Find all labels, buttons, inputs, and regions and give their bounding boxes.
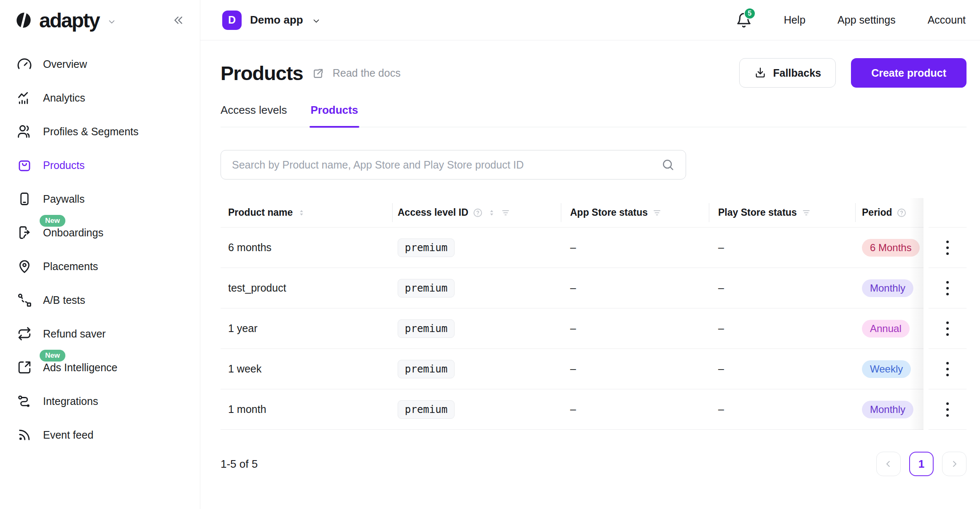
repeat-icon [17,326,32,341]
row-actions-button[interactable] [943,318,952,339]
chevron-right-icon [949,459,959,469]
read-docs-link[interactable]: Read the docs [333,67,401,79]
sidebar-item-integrations[interactable]: Integrations [17,384,200,418]
app-store-status-cell: – [561,349,709,389]
main-panel: D Demo app 5 Help App settings Account P… [200,0,980,509]
sidebar-item-overview[interactable]: Overview [17,47,200,81]
table-row: 1 month premium – – Monthly [221,389,967,430]
sidebar-item-ab-tests[interactable]: A/B tests [17,283,200,317]
filter-icon[interactable] [652,208,662,218]
help-icon[interactable] [897,208,907,218]
external-link-icon [312,67,324,80]
sidebar-item-refund-saver[interactable]: Refund saver [17,317,200,351]
table-row: 1 year premium – – Annual [221,308,967,349]
access-level-chip: premium [398,319,455,338]
play-store-status-cell: – [709,268,855,308]
sidebar-item-products[interactable]: Products [17,148,200,182]
play-store-status-cell: – [709,228,855,268]
topbar-right: 5 Help App settings Account [736,12,966,28]
smartphone-icon [17,191,32,206]
period-badge: Annual [862,320,910,338]
sort-icon[interactable] [487,208,496,217]
download-icon [754,67,767,79]
period-badge: Monthly [862,401,913,418]
tab-access-levels[interactable]: Access levels [221,104,287,127]
fallbacks-button[interactable]: Fallbacks [739,58,836,88]
sidebar-item-paywalls[interactable]: Paywalls [17,182,200,216]
collapse-sidebar-icon[interactable] [171,14,184,27]
column-header-product-name: Product name [221,198,392,228]
chevron-left-icon [883,459,894,469]
topbar: D Demo app 5 Help App settings Account [200,0,980,40]
table-row: test_product premium – – Monthly [221,268,967,308]
tab-products[interactable]: Products [311,104,358,127]
pagination-summary: 1-5 of 5 [221,458,258,471]
table-body: 6 months premium – – 6 Months test_produ… [221,228,967,430]
access-level-chip: premium [398,279,455,297]
play-store-status-cell: – [709,389,855,430]
column-header-access-level-id: Access level ID [392,198,561,228]
sidebar-item-onboardings[interactable]: New Onboardings [17,216,200,249]
access-level-chip: premium [398,360,455,378]
chevron-down-icon [312,16,321,26]
period-badge: Weekly [862,360,911,378]
column-header-play-store-status: Play Store status [709,198,855,228]
table-header-row: Product name Access level ID [221,198,967,228]
product-name-cell: 6 months [221,228,392,268]
row-actions-button[interactable] [943,278,952,299]
notification-badge: 5 [744,8,756,19]
app-store-status-cell: – [561,389,709,430]
notifications-button[interactable]: 5 [736,12,752,28]
filter-icon[interactable] [501,208,511,218]
account-link[interactable]: Account [928,14,966,26]
products-table: Product name Access level ID [221,198,967,430]
access-level-chip: premium [398,238,455,257]
create-product-button[interactable]: Create product [851,58,967,88]
search-bar [221,150,686,179]
app-store-status-cell: – [561,268,709,308]
period-badge: Monthly [862,279,913,297]
new-badge: New [40,350,65,362]
help-link[interactable]: Help [784,14,805,26]
app-settings-link[interactable]: App settings [837,14,896,26]
help-icon[interactable] [473,208,483,218]
new-badge: New [40,215,65,227]
sidebar-item-event-feed[interactable]: Event feed [17,418,200,452]
filter-icon[interactable] [801,208,811,218]
org-switcher-chevron-icon[interactable] [107,17,116,27]
row-actions-button[interactable] [943,237,952,258]
integrations-route-icon [17,394,32,409]
page-title: Products [221,62,303,85]
analytics-chart-icon [17,90,32,105]
brand-wordmark: adapty [39,9,100,32]
product-name-cell: 1 week [221,349,392,389]
content: Products Read the docs Fallbacks Create [200,40,980,509]
sidebar-item-ads-intelligence[interactable]: New Ads Intelligence [17,351,200,384]
app-switcher[interactable]: D Demo app [222,11,321,30]
square-arrow-out-icon [17,360,32,375]
app-name: Demo app [250,13,303,27]
column-header-actions [929,198,967,228]
sidebar-item-analytics[interactable]: Analytics [17,81,200,115]
table-row: 1 week premium – – Weekly [221,349,967,389]
search-input[interactable] [232,159,661,171]
rss-feed-icon [17,427,32,442]
row-actions-button[interactable] [943,359,952,380]
sidebar-item-placements[interactable]: Placements [17,249,200,283]
page-head: Products Read the docs Fallbacks Create [221,58,967,88]
app-store-status-cell: – [561,228,709,268]
next-page-button[interactable] [942,452,967,476]
sidebar: adapty Overview Analytics [0,0,200,509]
access-level-chip: premium [398,400,455,419]
column-header-period: Period [855,198,923,228]
page-1-button[interactable]: 1 [909,452,934,476]
sort-icon[interactable] [297,208,306,217]
adapty-logo-icon [14,11,33,30]
sidebar-nav: Overview Analytics Profiles & Segments P… [0,40,200,452]
app-store-status-cell: – [561,308,709,349]
sidebar-logo-row: adapty [0,0,200,40]
tabs: Access levels Products [221,104,967,127]
prev-page-button[interactable] [876,452,901,476]
sidebar-item-profiles-segments[interactable]: Profiles & Segments [17,115,200,148]
row-actions-button[interactable] [943,399,952,420]
